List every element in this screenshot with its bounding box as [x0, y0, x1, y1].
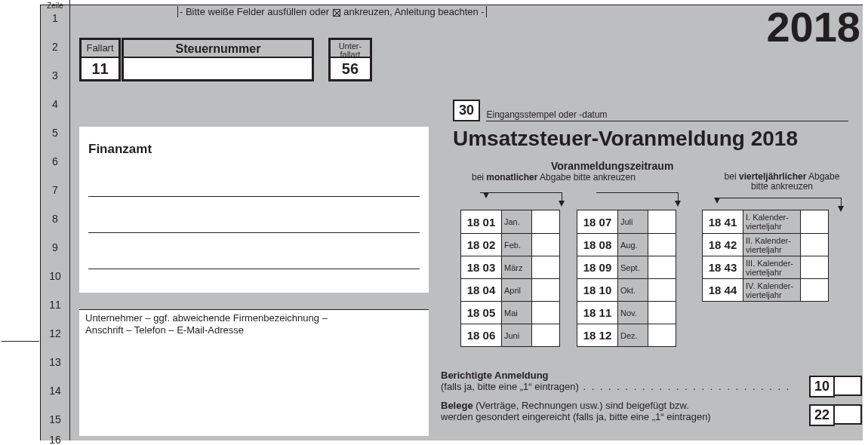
belege-code-box: 22	[809, 404, 862, 426]
month-checkbox[interactable]	[648, 210, 676, 233]
steuernummer-label: Steuernummer	[124, 40, 312, 57]
month-row: 18 06Juni	[461, 324, 559, 346]
quarter-name: IV. Kalender- vierteljahr	[743, 279, 801, 301]
month-code: 18 08	[577, 234, 618, 256]
months-grid-2: 18 07Juli 18 08Aug. 18 09Sept. 18 10Okt.…	[577, 210, 676, 347]
quarter-checkbox[interactable]	[801, 234, 828, 256]
month-name: Nov.	[618, 302, 648, 324]
ber-code: 10	[809, 376, 835, 397]
month-name: Aug.	[618, 234, 648, 256]
vz-q-c: Abgabe	[806, 171, 839, 182]
month-checkbox[interactable]	[648, 234, 676, 256]
month-code: 18 07	[577, 210, 618, 233]
line-16: 16	[40, 434, 70, 445]
unternehmer-block[interactable]: Unternehmer – ggf. abweichende Firmenbez…	[79, 309, 429, 436]
month-name: Juni	[502, 324, 532, 346]
unternehmer-top-line	[79, 309, 429, 310]
unternehmer-text: Unternehmer – ggf. abweichende Firmenbez…	[85, 312, 328, 336]
vz-q-a: bei	[725, 171, 739, 182]
top-instruction: - Bitte weiße Felder ausfüllen oder ankr…	[177, 6, 487, 17]
quarters-grid: 18 41I. Kalender- vierteljahr 18 42II. K…	[702, 210, 829, 302]
instr-a: - Bitte weiße Felder ausfüllen oder	[180, 6, 329, 17]
month-row: 18 01Jan.	[461, 210, 559, 233]
month-checkbox[interactable]	[532, 256, 559, 278]
unternehmer-b: Anschrift – Telefon – E-Mail-Adresse	[85, 324, 244, 336]
line-10: 10	[40, 270, 70, 282]
quarter-checkbox[interactable]	[801, 210, 828, 233]
vz-m-c: Abgabe bitte ankreuzen	[537, 172, 635, 183]
months-grid-1: 18 01Jan. 18 02Feb. 18 03März 18 04April…	[460, 210, 560, 347]
belege-c: werden gesondert eingereicht (falls ja, …	[441, 411, 711, 422]
month-name: Okt.	[618, 279, 648, 301]
line-3: 3	[40, 69, 70, 81]
month-checkbox[interactable]	[532, 279, 559, 301]
vz-q-d: bitte ankreuzen	[751, 181, 813, 192]
fallart-label: Fallart	[82, 40, 119, 57]
belege-row: Belege (Verträge, Rechnungen usw.) sind …	[441, 400, 711, 422]
month-code: 18 10	[577, 279, 618, 301]
month-row: 18 05Mai	[461, 301, 559, 324]
ber-code-box: 10	[809, 376, 862, 397]
steuernummer-box: Steuernummer	[122, 38, 314, 81]
month-name: Dez.	[618, 324, 648, 346]
month-row: 18 03März	[461, 256, 559, 278]
arrow-down-icon	[483, 192, 489, 198]
margin-tick	[2, 341, 39, 342]
line-4: 4	[40, 98, 70, 110]
finanzamt-line-1	[88, 196, 420, 197]
month-code: 18 03	[461, 256, 502, 278]
arrow-line-m2	[596, 192, 678, 193]
month-checkbox[interactable]	[532, 302, 559, 324]
finanzamt-label: Finanzamt	[88, 142, 152, 157]
fallart-box: Fallart 11	[79, 38, 121, 81]
instr-b: ankreuzen, Anleitung beachten -	[343, 6, 484, 17]
month-code: 18 06	[461, 324, 502, 346]
quarter-code: 18 41	[703, 210, 743, 233]
vz-heading: Voranmeldungszeitraum	[551, 160, 673, 172]
arrow-line-m1	[480, 192, 562, 193]
month-row: 18 02Feb.	[461, 233, 559, 256]
quarter-checkbox[interactable]	[801, 256, 828, 278]
finanzamt-block[interactable]: Finanzamt	[79, 127, 429, 293]
form-page: Zeile 1 2 3 4 5 6 7 8 9 10 11 12 13 14 1…	[0, 0, 868, 445]
line-2: 2	[40, 41, 70, 53]
month-checkbox[interactable]	[648, 256, 676, 278]
belege-input[interactable]	[835, 404, 862, 425]
month-row: 18 07Juli	[577, 210, 676, 233]
steuernummer-input[interactable]	[124, 57, 312, 79]
line-12: 12	[40, 327, 70, 339]
line-8: 8	[40, 213, 70, 225]
line-5: 5	[40, 127, 70, 139]
month-checkbox[interactable]	[532, 210, 559, 233]
main-title: Umsatzsteuer-Voranmeldung 2018	[453, 127, 798, 151]
arrow-line-q	[716, 198, 841, 198]
quarter-name: II. Kalender- vierteljahr	[743, 234, 801, 256]
month-checkbox[interactable]	[648, 302, 676, 324]
unterfallart-label: Unter- fallart	[331, 40, 370, 57]
quarter-row: 18 44IV. Kalender- vierteljahr	[703, 278, 828, 301]
quarter-code: 18 43	[703, 256, 743, 278]
finanzamt-line-3	[88, 269, 420, 269]
month-row: 18 12Dez.	[577, 324, 676, 346]
arrow-down-icon	[838, 206, 844, 212]
quarter-code: 18 44	[703, 279, 743, 301]
code-30-label: Eingangsstempel oder -datum	[486, 109, 848, 121]
finanzamt-line-2	[88, 232, 420, 233]
month-checkbox[interactable]	[532, 324, 559, 346]
belege-code: 22	[809, 404, 835, 426]
month-code: 18 12	[577, 324, 618, 346]
eingangsstempel-row: 30 Eingangsstempel oder -datum	[453, 100, 848, 121]
month-code: 18 11	[577, 302, 618, 324]
month-checkbox[interactable]	[648, 324, 676, 346]
ber-dots: . . . . . . . . . . . . . . . . . . . . …	[579, 381, 791, 392]
month-checkbox[interactable]	[532, 234, 559, 256]
quarter-code: 18 42	[703, 234, 743, 256]
line-7: 7	[40, 184, 70, 196]
line-header: Zeile	[40, 0, 70, 10]
quarter-row: 18 43III. Kalender- vierteljahr	[703, 256, 828, 278]
month-name: Sept.	[618, 256, 648, 278]
month-checkbox[interactable]	[648, 279, 676, 301]
line-9: 9	[40, 241, 70, 253]
quarter-checkbox[interactable]	[801, 279, 828, 301]
ber-input[interactable]	[835, 376, 862, 396]
